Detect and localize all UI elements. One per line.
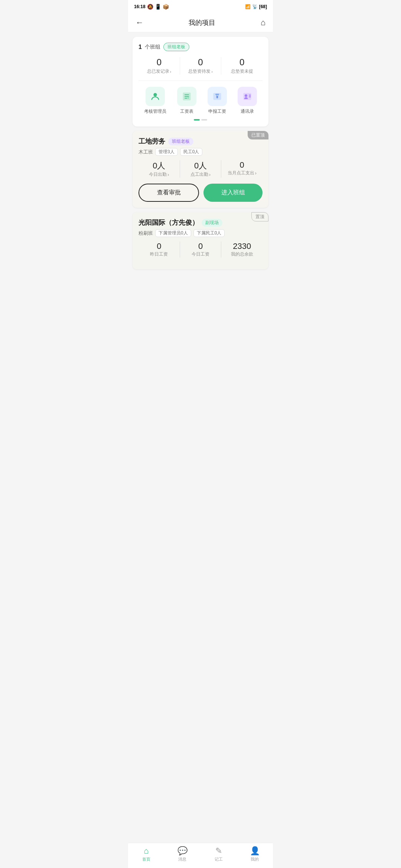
menu-label-payroll: 工资表	[180, 108, 193, 115]
supervisor-icon	[150, 91, 160, 102]
declare-icon-bg: ¥	[208, 87, 227, 106]
payroll-icon: ¥	[182, 91, 192, 102]
enter-team-button[interactable]: 进入班组	[203, 184, 263, 202]
sub-tag-managers: 管理3人	[155, 148, 178, 156]
menu-icons-grid: 考核管理员 ¥ 工资表 ¥	[138, 87, 263, 115]
menu-item-declare[interactable]: ¥ 申报工资	[208, 87, 227, 115]
supervisor-icon-bg	[146, 87, 165, 106]
battery-icon: [68]	[259, 4, 267, 9]
home-button[interactable]: ⌂	[261, 18, 265, 27]
signal-icon: 📶	[245, 4, 251, 9]
status-bar: 16:18 🔕 📱 📦 📶 📡 [68]	[128, 0, 273, 13]
menu-item-supervisor[interactable]: 考核管理员	[144, 87, 166, 115]
stat-today-wage: 0 今日工资	[180, 241, 221, 257]
declare-icon: ¥	[212, 91, 222, 102]
sub-tag-sub-workers: 下属民工0人	[193, 229, 225, 237]
svg-text:¥: ¥	[216, 94, 219, 99]
project-card-1: 已置顶 工地劳务 班组老板 木工班 管理3人 民工0人 0人 今日出勤 › 0人…	[133, 131, 268, 208]
contacts-icon-bg	[238, 87, 257, 106]
stat-yesterday-wage: 0 昨日工资	[138, 241, 180, 257]
dot-1	[194, 119, 200, 121]
stats-row: 0 总已发记录 › 0 总垫资待发 › 0 总垫资未提	[138, 57, 263, 81]
status-icons: 📶 📡 [68]	[245, 4, 267, 9]
svg-point-0	[153, 93, 157, 96]
project-role-badge-1: 班组老板	[168, 138, 193, 145]
stats-card-header: 1 个班组 班组老板	[138, 43, 263, 51]
page-title: 我的项目	[189, 18, 215, 27]
project-role-badge-2: 副现场	[202, 219, 222, 227]
stat-advance-unpulled: 0 总垫资未提	[221, 57, 263, 75]
stats-card: 1 个班组 班组老板 0 总已发记录 › 0 总垫资待发 › 0 总垫资未提	[133, 37, 268, 126]
bottom-spacer	[133, 274, 268, 311]
wifi-icon: 📡	[252, 4, 258, 9]
menu-item-payroll[interactable]: ¥ 工资表	[177, 87, 196, 115]
stat-today-attendance[interactable]: 0人 今日出勤 ›	[138, 160, 180, 178]
stat-total-balance: 2330 我的总余款	[221, 241, 263, 257]
menu-label-declare: 申报工资	[208, 108, 226, 115]
stat-monthly-spot[interactable]: 0 当月点工支出 ›	[221, 160, 263, 178]
pinned-badge-2: 置顶	[251, 212, 268, 221]
payroll-icon-bg: ¥	[177, 87, 196, 106]
sub-tag-workers: 民工0人	[180, 148, 203, 156]
group-count-number: 1	[138, 44, 142, 50]
carousel-dots	[138, 119, 263, 121]
project-sub-1: 木工班 管理3人 民工0人	[138, 148, 263, 156]
header: ← 我的项目 ⌂	[128, 13, 273, 32]
menu-item-contacts[interactable]: 通讯录	[238, 87, 257, 115]
svg-point-9	[245, 94, 247, 97]
role-badge: 班组老板	[163, 43, 189, 51]
menu-label-supervisor: 考核管理员	[144, 108, 166, 115]
status-time: 16:18 🔕 📱 📦	[134, 4, 169, 10]
dot-2	[201, 119, 207, 121]
pinned-badge-1: 已置顶	[248, 131, 268, 139]
sub-tag-sub-managers: 下属管理员0人	[155, 229, 191, 237]
project-title-2: 光阳国际（方先俊） 副现场	[138, 218, 263, 227]
group-count-label: 个班组	[145, 44, 160, 50]
main-content: 1 个班组 班组老板 0 总已发记录 › 0 总垫资待发 › 0 总垫资未提	[128, 32, 273, 315]
stat-spot-attendance[interactable]: 0人 点工出勤 ›	[180, 160, 221, 178]
project-card-2: 置顶 光阳国际（方先俊） 副现场 粉刷班 下属管理员0人 下属民工0人 0 昨日…	[133, 212, 268, 269]
view-approval-button[interactable]: 查看审批	[138, 184, 199, 202]
project-stats-1: 0人 今日出勤 › 0人 点工出勤 › 0 当月点工支出 ›	[138, 160, 263, 178]
contacts-icon	[242, 91, 252, 102]
project-sub-2: 粉刷班 下属管理员0人 下属民工0人	[138, 229, 263, 237]
project-title-1: 工地劳务 班组老板	[138, 137, 263, 146]
menu-label-contacts: 通讯录	[241, 108, 254, 115]
stat-advance-pending[interactable]: 0 总垫资待发 ›	[180, 57, 221, 75]
project-btn-row-1: 查看审批 进入班组	[138, 184, 263, 202]
stat-total-sent[interactable]: 0 总已发记录 ›	[138, 57, 180, 75]
project-stats-2: 0 昨日工资 0 今日工资 2330 我的总余款	[138, 241, 263, 257]
back-button[interactable]: ←	[136, 18, 144, 27]
